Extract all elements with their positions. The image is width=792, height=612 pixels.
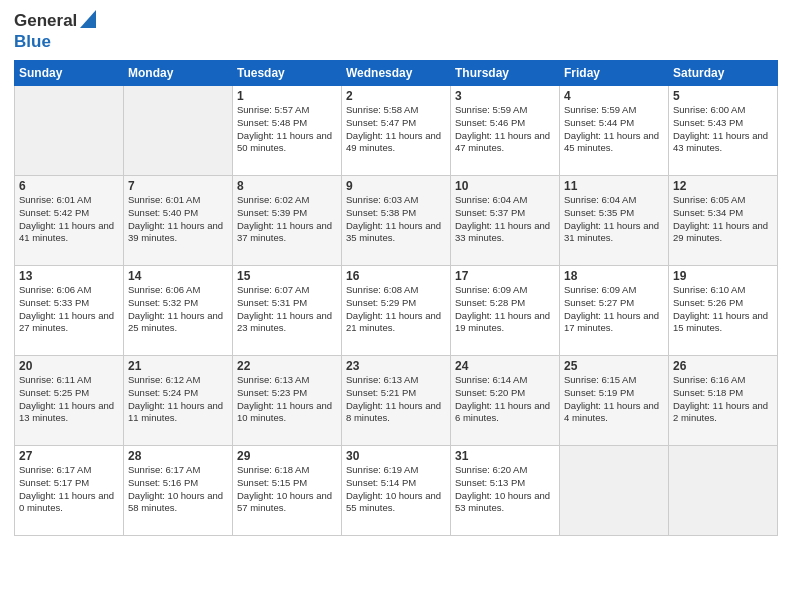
calendar-cell: 20Sunrise: 6:11 AM Sunset: 5:25 PM Dayli… [15,356,124,446]
day-info: Sunrise: 6:12 AM Sunset: 5:24 PM Dayligh… [128,374,228,425]
calendar-cell: 7Sunrise: 6:01 AM Sunset: 5:40 PM Daylig… [124,176,233,266]
calendar-cell: 12Sunrise: 6:05 AM Sunset: 5:34 PM Dayli… [669,176,778,266]
calendar-cell: 4Sunrise: 5:59 AM Sunset: 5:44 PM Daylig… [560,86,669,176]
day-number: 27 [19,449,119,463]
calendar-cell [560,446,669,536]
calendar-cell: 23Sunrise: 6:13 AM Sunset: 5:21 PM Dayli… [342,356,451,446]
day-number: 18 [564,269,664,283]
day-number: 13 [19,269,119,283]
calendar-cell: 19Sunrise: 6:10 AM Sunset: 5:26 PM Dayli… [669,266,778,356]
day-info: Sunrise: 6:07 AM Sunset: 5:31 PM Dayligh… [237,284,337,335]
day-number: 30 [346,449,446,463]
day-info: Sunrise: 6:03 AM Sunset: 5:38 PM Dayligh… [346,194,446,245]
calendar-cell: 6Sunrise: 6:01 AM Sunset: 5:42 PM Daylig… [15,176,124,266]
day-info: Sunrise: 6:13 AM Sunset: 5:23 PM Dayligh… [237,374,337,425]
week-row-3: 20Sunrise: 6:11 AM Sunset: 5:25 PM Dayli… [15,356,778,446]
calendar-cell: 13Sunrise: 6:06 AM Sunset: 5:33 PM Dayli… [15,266,124,356]
days-of-week-row: SundayMondayTuesdayWednesdayThursdayFrid… [15,61,778,86]
day-number: 10 [455,179,555,193]
day-number: 22 [237,359,337,373]
calendar-cell: 14Sunrise: 6:06 AM Sunset: 5:32 PM Dayli… [124,266,233,356]
day-number: 5 [673,89,773,103]
day-number: 1 [237,89,337,103]
calendar-cell: 2Sunrise: 5:58 AM Sunset: 5:47 PM Daylig… [342,86,451,176]
page: General Blue SundayMondayTuesdayWednesda… [0,0,792,612]
calendar-header: SundayMondayTuesdayWednesdayThursdayFrid… [15,61,778,86]
logo-blue-text: Blue [14,32,51,52]
calendar-cell: 31Sunrise: 6:20 AM Sunset: 5:13 PM Dayli… [451,446,560,536]
day-of-week-tuesday: Tuesday [233,61,342,86]
day-info: Sunrise: 6:15 AM Sunset: 5:19 PM Dayligh… [564,374,664,425]
week-row-4: 27Sunrise: 6:17 AM Sunset: 5:17 PM Dayli… [15,446,778,536]
week-row-2: 13Sunrise: 6:06 AM Sunset: 5:33 PM Dayli… [15,266,778,356]
svg-marker-0 [80,10,96,28]
day-info: Sunrise: 6:01 AM Sunset: 5:40 PM Dayligh… [128,194,228,245]
day-number: 3 [455,89,555,103]
calendar-cell: 25Sunrise: 6:15 AM Sunset: 5:19 PM Dayli… [560,356,669,446]
day-of-week-friday: Friday [560,61,669,86]
day-info: Sunrise: 6:00 AM Sunset: 5:43 PM Dayligh… [673,104,773,155]
calendar-cell: 10Sunrise: 6:04 AM Sunset: 5:37 PM Dayli… [451,176,560,266]
day-info: Sunrise: 6:10 AM Sunset: 5:26 PM Dayligh… [673,284,773,335]
calendar-body: 1Sunrise: 5:57 AM Sunset: 5:48 PM Daylig… [15,86,778,536]
calendar-cell: 17Sunrise: 6:09 AM Sunset: 5:28 PM Dayli… [451,266,560,356]
calendar-cell: 5Sunrise: 6:00 AM Sunset: 5:43 PM Daylig… [669,86,778,176]
day-number: 7 [128,179,228,193]
day-info: Sunrise: 6:04 AM Sunset: 5:35 PM Dayligh… [564,194,664,245]
day-info: Sunrise: 6:08 AM Sunset: 5:29 PM Dayligh… [346,284,446,335]
week-row-1: 6Sunrise: 6:01 AM Sunset: 5:42 PM Daylig… [15,176,778,266]
calendar-cell: 15Sunrise: 6:07 AM Sunset: 5:31 PM Dayli… [233,266,342,356]
calendar-cell: 22Sunrise: 6:13 AM Sunset: 5:23 PM Dayli… [233,356,342,446]
day-number: 26 [673,359,773,373]
logo: General Blue [14,10,96,52]
day-number: 29 [237,449,337,463]
header: General Blue [14,10,778,52]
day-of-week-thursday: Thursday [451,61,560,86]
calendar-cell: 18Sunrise: 6:09 AM Sunset: 5:27 PM Dayli… [560,266,669,356]
calendar-cell: 11Sunrise: 6:04 AM Sunset: 5:35 PM Dayli… [560,176,669,266]
day-number: 14 [128,269,228,283]
day-number: 28 [128,449,228,463]
calendar-cell: 27Sunrise: 6:17 AM Sunset: 5:17 PM Dayli… [15,446,124,536]
day-info: Sunrise: 6:11 AM Sunset: 5:25 PM Dayligh… [19,374,119,425]
day-of-week-wednesday: Wednesday [342,61,451,86]
day-number: 2 [346,89,446,103]
day-info: Sunrise: 6:02 AM Sunset: 5:39 PM Dayligh… [237,194,337,245]
day-info: Sunrise: 6:13 AM Sunset: 5:21 PM Dayligh… [346,374,446,425]
day-number: 12 [673,179,773,193]
calendar-table: SundayMondayTuesdayWednesdayThursdayFrid… [14,60,778,536]
calendar-cell: 28Sunrise: 6:17 AM Sunset: 5:16 PM Dayli… [124,446,233,536]
day-number: 8 [237,179,337,193]
day-info: Sunrise: 6:01 AM Sunset: 5:42 PM Dayligh… [19,194,119,245]
day-info: Sunrise: 6:05 AM Sunset: 5:34 PM Dayligh… [673,194,773,245]
day-number: 11 [564,179,664,193]
calendar-cell: 24Sunrise: 6:14 AM Sunset: 5:20 PM Dayli… [451,356,560,446]
day-info: Sunrise: 6:06 AM Sunset: 5:33 PM Dayligh… [19,284,119,335]
calendar-cell: 26Sunrise: 6:16 AM Sunset: 5:18 PM Dayli… [669,356,778,446]
day-info: Sunrise: 5:59 AM Sunset: 5:46 PM Dayligh… [455,104,555,155]
day-number: 31 [455,449,555,463]
day-number: 23 [346,359,446,373]
day-number: 17 [455,269,555,283]
day-number: 20 [19,359,119,373]
day-of-week-monday: Monday [124,61,233,86]
calendar-cell [124,86,233,176]
week-row-0: 1Sunrise: 5:57 AM Sunset: 5:48 PM Daylig… [15,86,778,176]
day-info: Sunrise: 6:19 AM Sunset: 5:14 PM Dayligh… [346,464,446,515]
day-number: 16 [346,269,446,283]
day-info: Sunrise: 6:16 AM Sunset: 5:18 PM Dayligh… [673,374,773,425]
logo-general-text: General [14,11,77,31]
day-number: 9 [346,179,446,193]
calendar-cell: 3Sunrise: 5:59 AM Sunset: 5:46 PM Daylig… [451,86,560,176]
day-info: Sunrise: 6:20 AM Sunset: 5:13 PM Dayligh… [455,464,555,515]
day-info: Sunrise: 6:09 AM Sunset: 5:28 PM Dayligh… [455,284,555,335]
logo-triangle-icon [80,10,96,32]
day-info: Sunrise: 6:04 AM Sunset: 5:37 PM Dayligh… [455,194,555,245]
day-of-week-saturday: Saturday [669,61,778,86]
calendar-cell: 21Sunrise: 6:12 AM Sunset: 5:24 PM Dayli… [124,356,233,446]
day-info: Sunrise: 6:17 AM Sunset: 5:16 PM Dayligh… [128,464,228,515]
calendar-cell: 30Sunrise: 6:19 AM Sunset: 5:14 PM Dayli… [342,446,451,536]
day-info: Sunrise: 6:06 AM Sunset: 5:32 PM Dayligh… [128,284,228,335]
day-number: 21 [128,359,228,373]
day-of-week-sunday: Sunday [15,61,124,86]
